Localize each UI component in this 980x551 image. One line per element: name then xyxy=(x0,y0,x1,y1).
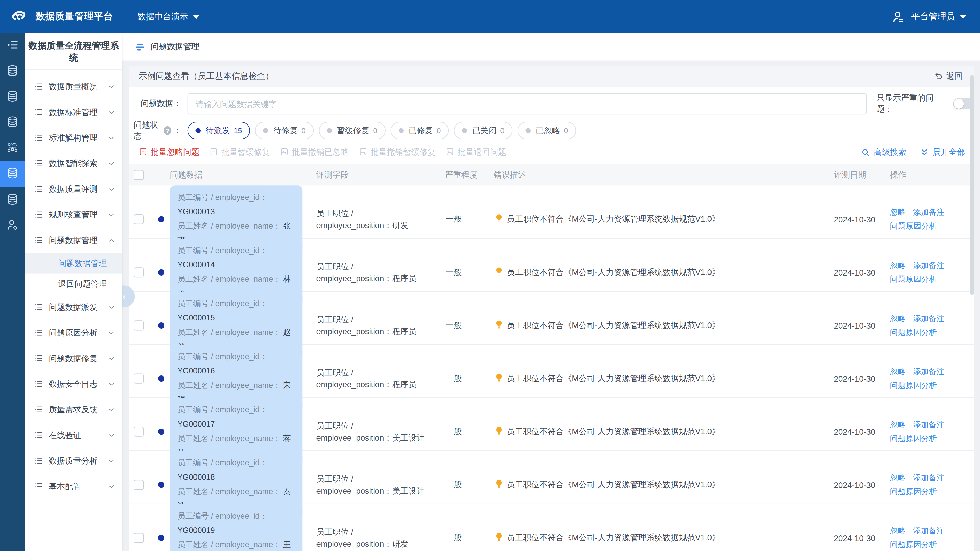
status-pill[interactable]: 已忽略0 xyxy=(517,122,576,140)
status-pill[interactable]: 已关闭0 xyxy=(454,122,512,140)
batch-button[interactable]: 批量退回问题 xyxy=(445,147,506,158)
search-input[interactable] xyxy=(188,93,867,114)
double-chevron-down-icon xyxy=(920,148,929,157)
field-label: 员工职位 / employee_position： xyxy=(316,315,392,336)
status-pill-count: 0 xyxy=(564,126,568,135)
row-checkbox[interactable] xyxy=(134,427,144,437)
select-all-checkbox[interactable] xyxy=(134,170,144,179)
ignore-link[interactable]: 忽略 xyxy=(890,473,905,482)
row-checkbox[interactable] xyxy=(134,533,144,543)
status-pill[interactable]: 已修复0 xyxy=(390,122,449,140)
add-note-link[interactable]: 添加备注 xyxy=(913,421,944,429)
rail-item-data-share-icon[interactable]: DATA xyxy=(0,135,25,161)
sidebar-item[interactable]: 数据质量概况 xyxy=(25,74,123,99)
ignore-link[interactable]: 忽略 xyxy=(890,527,905,535)
status-pill[interactable]: 待派发15 xyxy=(188,122,250,140)
cause-analysis-link[interactable]: 问题原因分析 xyxy=(890,328,937,337)
sidebar-menu: 数据质量概况数据标准管理标准解构管理数据智能探索数据质量评测规则核查管理问题数据… xyxy=(25,74,123,499)
bulb-icon xyxy=(494,532,504,544)
rail-item-database-icon[interactable] xyxy=(0,59,25,84)
status-pill[interactable]: 待修复0 xyxy=(255,122,313,140)
sidebar-item[interactable]: 问题原因分析 xyxy=(25,320,123,345)
status-pill[interactable]: 暂缓修复0 xyxy=(319,122,385,140)
eval-date-cell: 2024-10-30 xyxy=(826,480,886,489)
bulb-icon xyxy=(494,426,504,437)
ignore-link[interactable]: 忽略 xyxy=(890,261,905,270)
add-note-link[interactable]: 添加备注 xyxy=(913,473,944,482)
rail-item-database-icon[interactable] xyxy=(0,110,25,135)
batch-button[interactable]: 批量撤销暂缓修复 xyxy=(359,147,436,158)
help-icon[interactable]: ? xyxy=(164,126,171,135)
vertical-scrollbar-thumb[interactable] xyxy=(970,75,974,295)
batch-button[interactable]: 批量撤销已忽略 xyxy=(280,147,348,158)
field-label: 员工编号 / employee_id： xyxy=(178,193,267,202)
row-checkbox[interactable] xyxy=(134,321,144,330)
sidebar-item[interactable]: 数据质量分析 xyxy=(25,448,123,473)
rail-item-database-icon[interactable] xyxy=(0,84,25,110)
sidebar-item[interactable]: 问题数据派发 xyxy=(25,294,123,320)
sidebar-item[interactable]: 在线验证 xyxy=(25,422,123,448)
actions-cell: 忽略添加备注问题原因分析 xyxy=(886,418,967,445)
sidebar-item[interactable]: 问题数据管理 xyxy=(25,227,123,253)
sidebar-item[interactable]: 标准解构管理 xyxy=(25,125,123,151)
advanced-search-button[interactable]: 高级搜索 xyxy=(861,147,906,158)
cause-analysis-link[interactable]: 问题原因分析 xyxy=(890,540,937,549)
batch-button[interactable]: 批量暂缓修复 xyxy=(209,147,270,158)
ignore-link[interactable]: 忽略 xyxy=(890,208,905,217)
row-checkbox[interactable] xyxy=(134,480,144,490)
ignore-link[interactable]: 忽略 xyxy=(890,367,905,376)
chevron-down-icon xyxy=(107,329,115,336)
sidebar-item-label: 标准解构管理 xyxy=(49,132,97,143)
row-checkbox[interactable] xyxy=(134,214,144,224)
sidebar-item[interactable]: 规则核查管理 xyxy=(25,202,123,227)
batch-button[interactable]: 批量忽略问题 xyxy=(139,147,200,158)
sidebar-item-label: 问题原因分析 xyxy=(49,327,97,338)
sidebar-item[interactable]: 数据安全日志 xyxy=(25,371,123,397)
environment-selector[interactable]: 数据中台演示 xyxy=(138,11,199,22)
cause-analysis-link[interactable]: 问题原因分析 xyxy=(890,222,937,230)
expand-all-button[interactable]: 展开全部 xyxy=(920,147,965,158)
app-title: 数据质量管理平台 xyxy=(36,11,113,23)
add-note-link[interactable]: 添加备注 xyxy=(913,367,944,376)
user-icon xyxy=(891,10,905,24)
add-note-link[interactable]: 添加备注 xyxy=(913,261,944,270)
field-label: 员工职位 / employee_position： xyxy=(316,527,392,548)
add-note-link[interactable]: 添加备注 xyxy=(913,314,944,323)
list-item-icon xyxy=(34,184,43,194)
col-header: 严重程度 xyxy=(438,169,486,180)
list-item-icon xyxy=(34,302,43,312)
add-note-link[interactable]: 添加备注 xyxy=(913,527,944,535)
rail-item-database-icon[interactable] xyxy=(0,187,25,213)
sidebar-item[interactable]: 基本配置 xyxy=(25,473,123,499)
menu-unfold-icon xyxy=(6,38,19,54)
sidebar-subitem[interactable]: 问题数据管理 xyxy=(25,253,123,274)
sidebar-subitem[interactable]: 退回问题管理 xyxy=(25,274,123,294)
sidebar-item[interactable]: 问题数据修复 xyxy=(25,345,123,371)
sidebar-item[interactable]: 数据智能探索 xyxy=(25,151,123,176)
field-label: 员工姓名 / employee_name： xyxy=(178,540,281,549)
add-note-link[interactable]: 添加备注 xyxy=(913,208,944,217)
status-pill-label: 已关闭 xyxy=(472,125,496,136)
rail-item-database-icon[interactable] xyxy=(0,161,25,187)
top-navbar: 数据质量管理平台 数据中台演示 平台管理员 xyxy=(0,0,980,33)
cause-analysis-link[interactable]: 问题原因分析 xyxy=(890,275,937,284)
ignore-link[interactable]: 忽略 xyxy=(890,421,905,429)
rail-item-user-gear-icon[interactable] xyxy=(0,213,25,238)
sidebar-item[interactable]: 数据质量评测 xyxy=(25,176,123,202)
rail-item-menu-unfold-icon[interactable] xyxy=(0,33,25,59)
col-header: 错误描述 xyxy=(486,169,826,180)
sidebar-item-label: 数据质量分析 xyxy=(49,455,97,466)
row-checkbox[interactable] xyxy=(134,373,144,383)
row-checkbox[interactable] xyxy=(134,267,144,277)
cause-analysis-link[interactable]: 问题原因分析 xyxy=(890,381,937,390)
cause-analysis-link[interactable]: 问题原因分析 xyxy=(890,434,937,443)
back-button[interactable]: 返回 xyxy=(934,71,963,82)
sidebar-item[interactable]: 质量需求反馈 xyxy=(25,397,123,422)
batch-button-label: 批量暂缓修复 xyxy=(221,147,270,158)
error-text: 员工职位不符合《M公司-人力资源管理系统数据规范V1.0》 xyxy=(507,373,720,384)
issue-data-cell: 员工编号 / employee_id： YG000019员工姓名 / emplo… xyxy=(170,504,309,551)
sidebar-item[interactable]: 数据标准管理 xyxy=(25,99,123,125)
ignore-link[interactable]: 忽略 xyxy=(890,314,905,323)
cause-analysis-link[interactable]: 问题原因分析 xyxy=(890,487,937,496)
user-menu[interactable]: 平台管理员 xyxy=(891,10,966,24)
